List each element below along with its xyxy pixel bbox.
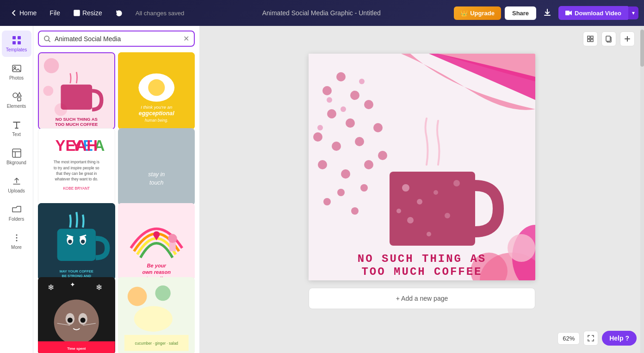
download-video-label: Download Video	[575, 10, 621, 17]
add-button[interactable]	[620, 31, 635, 46]
crown-icon: 👑	[460, 10, 468, 17]
plus-icon	[624, 35, 631, 43]
share-button[interactable]: Share	[505, 6, 536, 20]
sidebar-item-text[interactable]: Text	[2, 115, 31, 142]
copy-button[interactable]	[601, 31, 616, 46]
svg-point-93	[378, 151, 387, 160]
svg-text:❄: ❄	[48, 283, 54, 292]
canvas-bottom-controls: 62% Help ?	[557, 331, 637, 346]
svg-rect-50	[118, 203, 195, 280]
svg-point-85	[364, 100, 373, 109]
svg-point-16	[44, 58, 59, 73]
svg-point-46	[68, 240, 72, 243]
frame-button[interactable]	[583, 31, 598, 46]
undo-button[interactable]	[111, 6, 127, 19]
download-icon	[543, 8, 552, 17]
save-status: All changes saved	[131, 7, 189, 19]
sidebar-elements-label: Elements	[7, 104, 26, 109]
svg-point-24	[148, 79, 165, 96]
sidebar-item-uploads[interactable]: Uploads	[2, 172, 31, 198]
download-caret-button[interactable]: ▾	[628, 6, 638, 19]
file-button[interactable]: File	[45, 6, 65, 19]
svg-point-101	[317, 125, 323, 130]
svg-text:Time spent: Time spent	[67, 347, 86, 351]
svg-rect-106	[390, 172, 475, 246]
shapes-icon	[12, 92, 22, 102]
resize-button[interactable]: Resize	[68, 6, 107, 19]
sidebar-item-elements[interactable]: Elements	[2, 87, 31, 113]
template-card-rainbow[interactable]: Be your own reason to smile.	[118, 203, 195, 280]
canvas-frame[interactable]: NO SUCH THING AS TOO MUCH COFFEE	[309, 54, 535, 280]
vertical-scrollbar[interactable]	[640, 26, 644, 353]
template-card-stay[interactable]: stay in touch	[118, 128, 195, 205]
canvas-wrapper: NO SUCH THING AS TOO MUCH COFFEE + Add a…	[309, 54, 535, 309]
svg-point-70	[134, 306, 172, 332]
template-card-egg-yellow[interactable]: I think you're an eggceptional human bei…	[118, 52, 195, 130]
resize-icon	[73, 9, 80, 17]
download-video-group: Download Video ▾	[558, 6, 638, 20]
frame-icon	[587, 35, 594, 43]
sidebar-item-photos[interactable]: Photos	[2, 59, 31, 85]
svg-point-99	[341, 106, 346, 112]
template-card-yeah[interactable]: Y E A YEAH The most important thing is t…	[38, 128, 115, 205]
svg-point-100	[359, 79, 365, 84]
upgrade-button[interactable]: 👑 Upgrade	[454, 6, 501, 20]
help-label: Help ?	[609, 334, 629, 342]
help-button[interactable]: Help ?	[602, 331, 637, 346]
undo-icon	[115, 9, 123, 17]
sidebar-item-background[interactable]: Bkground	[2, 143, 31, 170]
svg-text:KOBE BRYANT: KOBE BRYANT	[63, 186, 90, 191]
svg-point-13	[16, 240, 17, 242]
svg-text:human being.: human being.	[145, 118, 168, 123]
svg-point-69	[155, 285, 170, 301]
top-navigation: Home File Resize All changes saved Anima…	[0, 0, 644, 26]
svg-point-112	[396, 209, 401, 213]
sidebar-item-more[interactable]: More	[2, 228, 31, 254]
search-input[interactable]	[55, 35, 180, 43]
download-video-button[interactable]: Download Video	[558, 6, 628, 20]
template-card-cat[interactable]: ❄ ❄ ✦ Time spent	[38, 277, 115, 353]
folder-icon	[12, 204, 22, 215]
sidebar-templates-label: Templates	[6, 47, 27, 52]
svg-point-95	[360, 184, 368, 192]
svg-text:TOO MUCH COFFEE: TOO MUCH COFFEE	[55, 122, 98, 127]
sidebar-background-label: Bkground	[6, 160, 26, 165]
more-icon	[12, 233, 22, 243]
svg-point-86	[313, 132, 322, 142]
svg-text:cucumber · ginger · salad: cucumber · ginger · salad	[135, 341, 178, 346]
svg-point-80	[322, 86, 332, 95]
file-label: File	[50, 9, 60, 17]
home-button[interactable]: Home	[6, 6, 41, 19]
svg-rect-5	[18, 41, 21, 44]
svg-point-91	[341, 169, 350, 179]
sidebar-item-folders[interactable]: Folders	[2, 200, 31, 226]
download-icon-button[interactable]	[540, 5, 555, 21]
svg-rect-2	[12, 36, 16, 39]
svg-point-82	[350, 91, 359, 100]
copy-icon	[605, 35, 613, 43]
template-preview-yeah: Y E A YEAH The most important thing is t…	[38, 129, 115, 205]
search-clear-button[interactable]: ✕	[183, 34, 189, 43]
svg-point-17	[43, 86, 53, 96]
template-card-coffee-dark[interactable]: MAY YOUR COFFEE BE STRONG AND	[38, 203, 115, 280]
sidebar-item-templates[interactable]: Templates	[2, 31, 31, 57]
template-card-coffee-pink[interactable]: NO SUCH THING AS TOO MUCH COFFEE	[38, 52, 115, 130]
svg-text:✦: ✦	[70, 281, 75, 288]
zoom-expand-button[interactable]	[583, 331, 598, 346]
sidebar-more-label: More	[11, 245, 22, 250]
sidebar: Templates Photos Elements Text Bkground …	[0, 26, 33, 353]
add-page-button[interactable]: + Add a new page	[309, 288, 535, 309]
svg-point-88	[355, 137, 364, 146]
chevron-left-icon	[10, 9, 18, 17]
upload-icon	[12, 176, 22, 186]
svg-text:touch: touch	[149, 180, 163, 186]
canvas-toolbar	[583, 31, 635, 46]
svg-text:MAY YOUR COFFEE: MAY YOUR COFFEE	[60, 269, 93, 273]
svg-rect-75	[588, 39, 590, 42]
template-card-food[interactable]: cucumber · ginger · salad	[118, 277, 195, 353]
svg-point-94	[337, 189, 345, 196]
svg-point-60	[54, 300, 99, 345]
svg-rect-79	[309, 54, 535, 280]
svg-text:whatever they want to do.: whatever they want to do.	[54, 177, 98, 181]
upgrade-label: Upgrade	[470, 10, 495, 17]
